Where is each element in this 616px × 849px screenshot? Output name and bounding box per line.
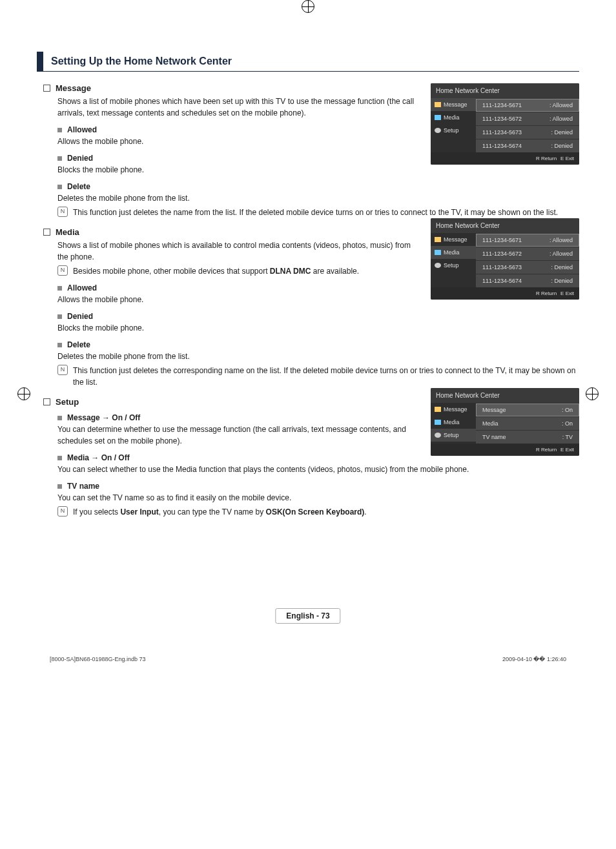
bullet-icon bbox=[57, 484, 62, 489]
panel-row: 111-1234-5674: Denied bbox=[476, 274, 579, 287]
media-icon bbox=[435, 250, 441, 255]
panel-row: 111-1234-5673: Denied bbox=[476, 260, 579, 274]
panel-nav-media: Media bbox=[431, 246, 476, 259]
bullet-icon bbox=[57, 314, 62, 319]
return-hint: R Return bbox=[536, 156, 557, 161]
gear-icon bbox=[435, 433, 441, 438]
message-icon bbox=[435, 237, 441, 242]
registration-mark-icon bbox=[302, 0, 314, 13]
text: Deletes the mobile phone from the list. bbox=[57, 351, 579, 362]
note-icon: N bbox=[57, 265, 68, 276]
doc-meta-left: [8000-SA]BN68-01988G-Eng.indb 73 bbox=[50, 656, 146, 662]
panel-nav-setup: Setup bbox=[431, 124, 476, 137]
panel-nav-media: Media bbox=[431, 111, 476, 124]
note-text: This function just deletes the name from… bbox=[73, 207, 558, 218]
page-title: Setting Up the Home Network Center bbox=[37, 52, 579, 72]
note-icon: N bbox=[57, 207, 68, 217]
panel-row: TV name: TV bbox=[476, 430, 579, 444]
return-hint: R Return bbox=[536, 447, 557, 453]
panel-row: 111-1234-5673: Denied bbox=[476, 125, 579, 139]
registration-mark-icon bbox=[17, 387, 30, 400]
panel-nav-setup: Setup bbox=[431, 429, 476, 442]
bullet-icon bbox=[57, 185, 62, 189]
panel-nav-media: Media bbox=[431, 416, 476, 429]
note-text: Besides mobile phone, other mobile devic… bbox=[73, 265, 359, 277]
note-text: This function just deletes the correspon… bbox=[73, 365, 579, 388]
note-icon: N bbox=[57, 365, 68, 375]
note-icon: N bbox=[57, 506, 68, 517]
bullet-icon bbox=[57, 416, 62, 420]
panel-row: 111-1234-5671: Allowed bbox=[476, 98, 579, 112]
doc-meta-right: 2009-04-10 �� 1:26:40 bbox=[502, 656, 566, 662]
panel-title: Home Network Center bbox=[431, 83, 579, 98]
note-text: If you selects User Input, you can type … bbox=[73, 506, 367, 518]
exit-hint: E Exit bbox=[560, 447, 574, 453]
panel-row: Media: On bbox=[476, 416, 579, 430]
heading-setup: Setup bbox=[56, 397, 79, 407]
bullet-icon bbox=[57, 286, 62, 291]
panel-row: 111-1234-5671: Allowed bbox=[476, 233, 579, 247]
panel-nav-setup: Setup bbox=[431, 259, 476, 272]
square-bullet-icon bbox=[43, 85, 50, 92]
gear-icon bbox=[435, 263, 441, 268]
page-footer: English - 73 bbox=[275, 608, 340, 624]
gear-icon bbox=[435, 128, 441, 133]
bullet-icon bbox=[57, 456, 62, 460]
media-icon bbox=[435, 115, 441, 120]
exit-hint: E Exit bbox=[560, 291, 574, 296]
panel-title: Home Network Center bbox=[431, 218, 579, 233]
bullet-icon bbox=[57, 156, 62, 161]
screenshot-message-panel: Home Network Center Message Media Setup … bbox=[431, 83, 579, 165]
exit-hint: E Exit bbox=[560, 156, 574, 161]
text: You can select whether to use the Media … bbox=[57, 464, 579, 475]
panel-title: Home Network Center bbox=[431, 388, 579, 403]
panel-row: 111-1234-5672: Allowed bbox=[476, 247, 579, 260]
panel-nav-message: Message bbox=[431, 98, 476, 111]
heading-media: Media bbox=[56, 227, 79, 237]
panel-nav-message: Message bbox=[431, 233, 476, 246]
message-icon bbox=[435, 102, 441, 107]
message-icon bbox=[435, 407, 441, 412]
registration-mark-icon bbox=[586, 387, 599, 400]
text: You can set the TV name so as to find it… bbox=[57, 492, 579, 504]
screenshot-setup-panel: Home Network Center Message Media Setup … bbox=[431, 388, 579, 456]
text: Deletes the mobile phone from the list. bbox=[57, 192, 579, 204]
text: Blocks the mobile phone. bbox=[57, 164, 579, 176]
panel-row: 111-1234-5672: Allowed bbox=[476, 112, 579, 125]
text: Blocks the mobile phone. bbox=[57, 322, 579, 334]
panel-row: Message: On bbox=[476, 403, 579, 416]
panel-nav-message: Message bbox=[431, 403, 476, 416]
heading-message: Message bbox=[56, 83, 91, 93]
panel-row: 111-1234-5674: Denied bbox=[476, 139, 579, 152]
bullet-icon bbox=[57, 128, 62, 132]
bullet-icon bbox=[57, 343, 62, 347]
square-bullet-icon bbox=[43, 229, 50, 236]
screenshot-media-panel: Home Network Center Message Media Setup … bbox=[431, 218, 579, 300]
media-icon bbox=[435, 420, 441, 425]
return-hint: R Return bbox=[536, 291, 557, 296]
square-bullet-icon bbox=[43, 398, 50, 405]
